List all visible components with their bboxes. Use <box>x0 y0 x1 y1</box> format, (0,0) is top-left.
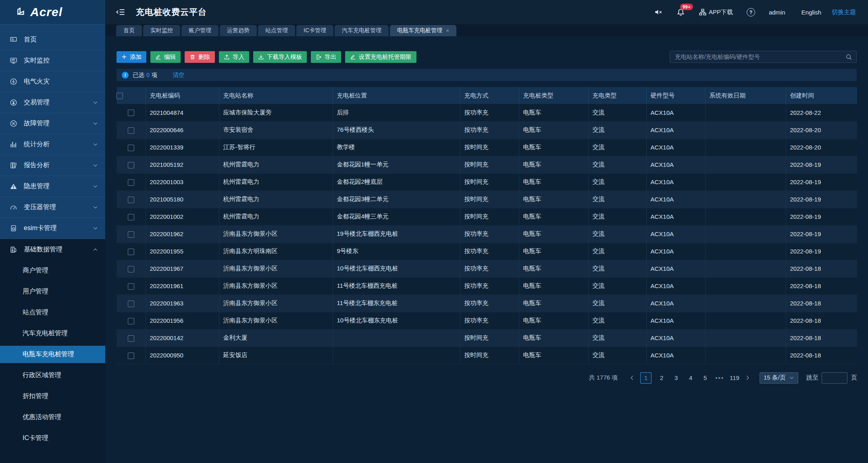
table-row: 2022001963沂南县东方御景小区11号楼北车棚东充电桩按功率充电瓶车交流A… <box>117 295 857 312</box>
table-cell: 2022001003 <box>146 173 219 191</box>
tab-IC卡管理[interactable]: IC卡管理 <box>296 25 333 36</box>
theme-switch-link[interactable]: 切换主题 <box>832 8 856 16</box>
tab-首页[interactable]: 首页 <box>116 25 142 36</box>
sidebar-item-报告分析[interactable]: 报告分析 <box>0 155 105 176</box>
row-checkbox[interactable] <box>128 231 134 238</box>
row-checkbox[interactable] <box>128 353 134 359</box>
row-checkbox[interactable] <box>128 335 134 342</box>
app-download-button[interactable]: APP下载 <box>699 8 733 16</box>
search-icon[interactable] <box>845 54 852 60</box>
row-checkbox[interactable] <box>128 249 134 255</box>
row-checkbox[interactable] <box>128 266 134 272</box>
tab-电瓶车充电桩管理[interactable]: 电瓶车充电桩管理× <box>390 25 456 36</box>
设置充电桩托管期限-button[interactable]: 设置充电桩托管期限 <box>345 51 416 63</box>
row-checkbox[interactable] <box>128 162 134 168</box>
row-checkbox-cell <box>117 277 146 295</box>
sidebar-subitem-汽车充电桩管理[interactable]: 汽车充电桩管理 <box>0 323 105 344</box>
search-box <box>670 51 857 63</box>
table-cell: 交流 <box>588 139 646 156</box>
row-checkbox[interactable] <box>128 318 134 324</box>
sidebar-subitem-行政区域管理[interactable]: 行政区域管理 <box>0 365 105 386</box>
删除-button[interactable]: 删除 <box>185 51 215 63</box>
language-switch[interactable]: English <box>801 9 821 16</box>
sidebar-item-统计分析[interactable]: 统计分析 <box>0 134 105 155</box>
sidebar-subitem-label: 优惠活动管理 <box>23 413 61 421</box>
username[interactable]: admin <box>769 9 785 16</box>
导出-button[interactable]: 导出 <box>311 51 341 63</box>
tab-实时监控[interactable]: 实时监控 <box>143 25 180 36</box>
sidebar-item-电气火灾[interactable]: 电气火灾 <box>0 71 105 92</box>
sidebar-item-隐患管理[interactable]: 隐患管理 <box>0 176 105 197</box>
chevron-down-icon <box>93 163 98 168</box>
prev-page-button[interactable] <box>627 375 637 381</box>
menu-fold-icon[interactable] <box>116 8 125 17</box>
table-cell: 2021004874 <box>146 104 219 121</box>
添加-button[interactable]: 添加 <box>117 51 146 63</box>
plus-icon <box>121 54 127 60</box>
page-number-3[interactable]: 3 <box>672 374 681 381</box>
table-row: 2022001962沂南县东方御景小区19号楼北车棚西充电桩按功率充电瓶车交流A… <box>117 225 857 243</box>
chevron-down-icon <box>93 184 98 189</box>
table-cell: 交流 <box>588 191 646 208</box>
more-pages-ellipsis[interactable]: ••• <box>715 374 724 381</box>
mute-speaker-icon[interactable] <box>654 8 663 16</box>
row-checkbox[interactable] <box>128 301 134 307</box>
sidebar-subitem-电瓶车充电桩管理[interactable]: 电瓶车充电桩管理 <box>0 346 105 363</box>
table-body: 2021004874应城市保险大厦旁后排按功率充电瓶车交流ACX10A2022-… <box>117 104 857 364</box>
row-checkbox[interactable] <box>128 214 134 220</box>
sidebar-item-故障管理[interactable]: 故障管理 <box>0 113 105 134</box>
page-number-119[interactable]: 119 <box>730 374 739 381</box>
sidebar-subitem-商户管理[interactable]: 商户管理 <box>0 260 105 281</box>
tab-汽车充电桩管理[interactable]: 汽车充电桩管理 <box>335 25 389 36</box>
row-checkbox-cell <box>117 191 146 208</box>
sidebar-subitem-用户管理[interactable]: 用户管理 <box>0 281 105 302</box>
sidebar-subitem-折扣管理[interactable]: 折扣管理 <box>0 386 105 407</box>
page-number-5[interactable]: 5 <box>701 374 710 381</box>
tab-运营趋势[interactable]: 运营趋势 <box>220 25 257 36</box>
sidebar-item-首页[interactable]: 首页 <box>0 29 105 50</box>
导入-button[interactable]: 导入 <box>219 51 249 63</box>
page-number-2[interactable]: 2 <box>657 374 666 381</box>
row-checkbox[interactable] <box>128 145 134 151</box>
下载导入模板-button[interactable]: 下载导入模板 <box>253 51 307 63</box>
table-cell: 交流 <box>588 260 646 277</box>
sidebar-item-esim卡管理[interactable]: esim卡管理 <box>0 218 105 239</box>
clear-selection-link[interactable]: 清空 <box>173 71 185 79</box>
toolbar-buttons: 添加编辑删除导入下载导入模板导出设置充电桩托管期限 <box>117 51 420 63</box>
table-cell: 交流 <box>588 312 646 329</box>
page-number-1[interactable]: 1 <box>640 372 652 384</box>
sidebar-item-交易管理[interactable]: 交易管理 <box>0 92 105 113</box>
编辑-button[interactable]: 编辑 <box>150 51 181 63</box>
sidebar-item-label: 电气火灾 <box>24 77 50 86</box>
gauge-icon <box>10 203 18 212</box>
notification-bell[interactable]: 99+ <box>676 8 685 17</box>
sidebar-item-变压器管理[interactable]: 变压器管理 <box>0 197 105 218</box>
tab-账户管理[interactable]: 账户管理 <box>181 25 219 36</box>
table-cell: 按功率充 <box>460 312 519 329</box>
table-cell: 2022-08-20 <box>786 121 857 139</box>
row-checkbox[interactable] <box>128 127 134 134</box>
table-cell: 2022001339 <box>146 139 219 156</box>
table-cell: 交流 <box>588 173 646 191</box>
jump-page-input[interactable] <box>822 372 847 384</box>
sidebar-subitem-IC卡管理[interactable]: IC卡管理 <box>0 428 105 448</box>
tab-站点管理[interactable]: 站点管理 <box>258 25 295 36</box>
row-checkbox[interactable] <box>128 179 134 186</box>
search-input[interactable] <box>674 53 842 60</box>
row-checkbox[interactable] <box>128 197 134 203</box>
page-size-select[interactable]: 15 条/页 <box>760 372 798 384</box>
tab-close-icon[interactable]: × <box>446 27 449 34</box>
row-checkbox[interactable] <box>128 110 134 116</box>
next-page-button[interactable] <box>742 375 753 381</box>
help-button[interactable]: ? <box>747 8 755 17</box>
sidebar-item-基础数据管理[interactable]: 基础数据管理 <box>0 239 105 260</box>
sidebar-subitem-优惠活动管理[interactable]: 优惠活动管理 <box>0 407 105 428</box>
page-number-4[interactable]: 4 <box>686 374 695 381</box>
selected-suffix: 项 <box>152 71 158 79</box>
table-cell: 2022000142 <box>146 329 219 347</box>
sidebar-item-实时监控[interactable]: 实时监控 <box>0 50 105 71</box>
select-all-checkbox[interactable] <box>117 93 123 99</box>
sidebar-subitem-站点管理[interactable]: 站点管理 <box>0 302 105 323</box>
row-checkbox[interactable] <box>128 283 134 290</box>
download-icon <box>258 54 264 60</box>
